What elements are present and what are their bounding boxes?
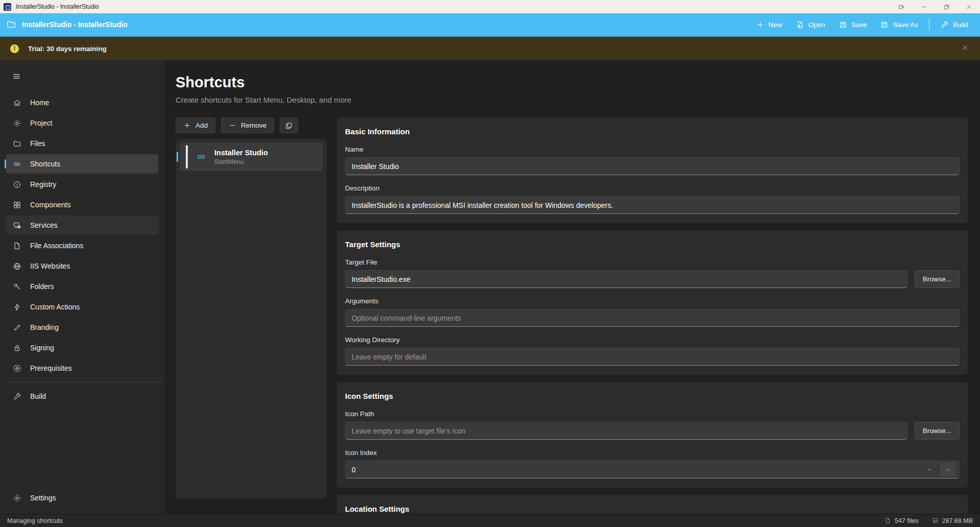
arguments-input[interactable] (345, 309, 960, 327)
build-button[interactable]: Build (934, 16, 975, 33)
menu-toggle-button[interactable] (7, 67, 26, 85)
target-file-label: Target File (345, 258, 960, 267)
target-file-input[interactable] (345, 270, 908, 288)
shortcut-list-item[interactable]: Installer Studio StartMenu (180, 142, 323, 171)
info-circle-icon (13, 180, 21, 189)
banner-close-button[interactable] (961, 44, 969, 54)
save-as-button[interactable]: Save As (873, 16, 925, 33)
restore-icon (943, 3, 950, 11)
working-directory-label: Working Directory (345, 336, 960, 344)
sidebar-item-registry[interactable]: Registry (6, 175, 158, 194)
sidebar-item-iis-websites[interactable]: IIS Websites (6, 256, 158, 276)
target-file-browse-button[interactable]: Browse... (915, 270, 960, 288)
sidebar-nav: Home Project Files Shortcuts Registry (3, 92, 161, 407)
selection-bar (186, 145, 188, 169)
status-text: Managing shortcuts (7, 517, 63, 524)
open-button[interactable]: Open (789, 16, 832, 33)
gear-icon (13, 494, 21, 502)
sidebar-item-custom-actions[interactable]: Custom Actions (6, 297, 158, 317)
content-area: Shortcuts Create shortcuts for Start Men… (164, 60, 980, 514)
sidebar-item-components[interactable]: Components (6, 195, 158, 214)
sidebar-item-folders[interactable]: Folders (6, 277, 158, 296)
main-area: Home Project Files Shortcuts Registry (0, 60, 980, 514)
shortcut-list: Installer Studio StartMenu (176, 138, 327, 498)
lock-icon (13, 344, 21, 352)
sidebar-item-shortcuts[interactable]: Shortcuts (6, 154, 158, 174)
target-settings-card: Target Settings Target File Browse... Ar… (337, 230, 968, 375)
gear-dashed-icon (13, 364, 21, 373)
popout-button[interactable] (890, 0, 913, 13)
warning-icon: ! (10, 44, 19, 53)
save-button[interactable]: Save (832, 16, 874, 33)
icon-index-numberbox (345, 461, 960, 478)
document-icon (13, 242, 21, 250)
sidebar-item-branding[interactable]: Branding (6, 318, 158, 337)
drive-icon (932, 517, 939, 524)
shortcut-form: Basic Information Name Description Targe… (337, 117, 968, 514)
minus-icon (229, 122, 236, 129)
sidebar-item-file-associations[interactable]: File Associations (6, 236, 158, 255)
close-icon (961, 44, 969, 52)
spin-down-button[interactable] (940, 463, 955, 476)
page-title: Shortcuts (176, 74, 968, 91)
folder-icon (13, 139, 21, 148)
description-input[interactable] (345, 196, 960, 214)
titlebar: InstallerStudio - InstallerStudio (0, 0, 980, 13)
save-icon (839, 20, 847, 29)
plus-icon (756, 20, 765, 29)
name-input[interactable] (345, 157, 960, 175)
sidebar-item-signing[interactable]: Signing (6, 338, 158, 357)
plus-icon (183, 122, 191, 129)
sidebar-item-project[interactable]: Project (6, 113, 158, 133)
save-as-icon (880, 20, 889, 29)
shortcut-location: StartMenu (214, 158, 268, 165)
trial-banner-text: Trial: 30 days remaining (28, 45, 107, 53)
icon-settings-card: Icon Settings Icon Path Browse... Icon I… (337, 382, 968, 488)
link-icon (196, 152, 206, 162)
sidebar-item-home[interactable]: Home (6, 93, 158, 112)
project-size: 287.68 MB (932, 517, 973, 524)
hamburger-icon (12, 72, 21, 81)
sidebar-item-prerequisites[interactable]: Prerequisites (6, 358, 158, 378)
open-file-icon (796, 20, 804, 29)
working-directory-input[interactable] (345, 348, 960, 366)
link-icon (13, 160, 21, 169)
sidebar-item-build[interactable]: Build (6, 387, 158, 406)
globe-icon (13, 262, 21, 271)
app-window: InstallerStudio - InstallerStudio Instal… (0, 0, 980, 527)
icon-path-browse-button[interactable]: Browse... (915, 422, 960, 440)
spin-up-button[interactable] (922, 463, 937, 476)
remove-button[interactable]: Remove (221, 117, 274, 133)
grid-icon (13, 201, 21, 209)
new-button[interactable]: New (749, 16, 789, 33)
minimize-button[interactable] (913, 0, 935, 13)
close-icon (965, 3, 973, 11)
icon-path-input[interactable] (345, 422, 908, 440)
sidebar-item-settings[interactable]: Settings (6, 488, 158, 508)
chevron-up-icon (926, 466, 933, 473)
duplicate-button[interactable] (280, 117, 298, 133)
icon-index-label: Icon Index (345, 449, 960, 457)
window-title: InstallerStudio - InstallerStudio (16, 3, 99, 10)
icon-path-label: Icon Path (345, 410, 960, 418)
key-icon (13, 282, 21, 291)
sidebar-item-services[interactable]: Services (6, 215, 158, 235)
arguments-label: Arguments (345, 297, 960, 305)
close-window-button[interactable] (958, 0, 980, 13)
project-title: InstallerStudio - InstallerStudio (22, 20, 128, 29)
chevron-down-icon (944, 466, 951, 473)
wrench-icon (13, 392, 21, 401)
add-button[interactable]: Add (176, 117, 215, 133)
section-title: Location Settings (345, 504, 960, 514)
sidebar-item-files[interactable]: Files (6, 134, 158, 153)
shortcut-name: Installer Studio (214, 149, 268, 157)
wrench-icon (940, 20, 949, 29)
popout-icon (898, 3, 905, 11)
maximize-button[interactable] (935, 0, 958, 13)
copy-icon (285, 122, 293, 130)
description-label: Description (345, 184, 960, 193)
icon-index-input[interactable] (345, 461, 960, 478)
section-title: Target Settings (345, 239, 960, 249)
gear-icon (13, 119, 21, 128)
name-label: Name (345, 146, 960, 154)
